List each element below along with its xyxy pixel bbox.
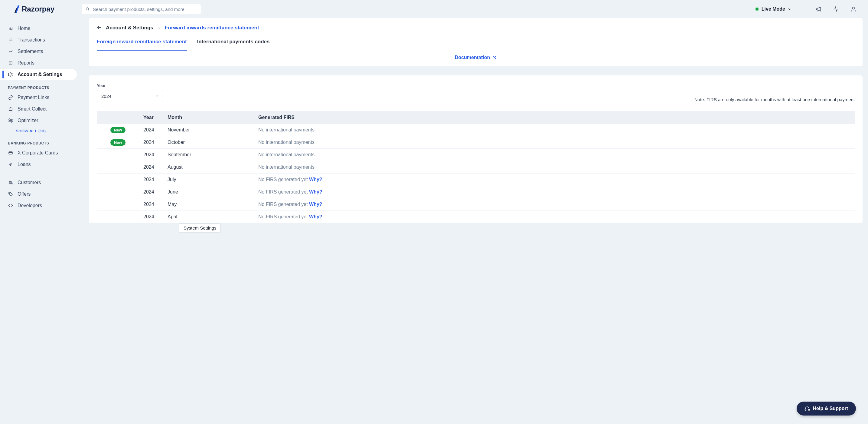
cell-generated: No international payments [254, 161, 855, 173]
activity-button[interactable] [830, 3, 842, 15]
table-row: New2024NovemberNo international payments [97, 124, 855, 136]
megaphone-icon [815, 6, 822, 12]
cell-year: 2024 [139, 198, 163, 211]
card-icon [8, 150, 13, 156]
status-text: No FIRS generated yet [258, 189, 309, 194]
tab-intl-codes[interactable]: International payments codes [197, 39, 270, 51]
cell-generated: No FIRS generated yet Why? [254, 211, 855, 223]
sidebar-item-label: Developers [18, 203, 42, 208]
why-link[interactable]: Why? [309, 177, 322, 182]
table-row: 2024AprilNo FIRS generated yet Why? [97, 211, 855, 223]
sidebar-item-label: Payment Links [18, 95, 49, 100]
svg-point-18 [11, 182, 12, 182]
bank-icon [8, 106, 13, 112]
cell-month: April [163, 211, 254, 223]
sidebar-item-label: Loans [18, 162, 31, 167]
global-search[interactable] [82, 4, 201, 14]
svg-point-17 [9, 181, 10, 182]
sidebar-item-account-settings[interactable]: Account & Settings [0, 69, 77, 80]
sidebar-item-optimizer[interactable]: Optimizer [0, 115, 89, 126]
sidebar-item-transactions[interactable]: Transactions [0, 34, 89, 46]
cell-generated: No FIRS generated yet Why? [254, 173, 855, 186]
sidebar-item-corporate-cards[interactable]: X Corporate Cards [0, 147, 89, 159]
year-select-value: 2024 [101, 93, 111, 99]
sidebar: Home Transactions Settlements Reports Ac… [0, 0, 89, 424]
help-support-button[interactable]: Help & Support [797, 402, 856, 416]
mode-label: Live Mode [762, 6, 785, 12]
live-mode-indicator-icon [755, 7, 759, 11]
page-header-card: Account & Settings Forward inwards remit… [89, 18, 863, 66]
sidebar-item-developers[interactable]: Developers [0, 200, 89, 211]
gear-icon [8, 72, 13, 77]
sidebar-section-payment-products: PAYMENT PRODUCTS [0, 80, 89, 92]
home-icon [8, 26, 13, 31]
cell-year: 2024 [139, 161, 163, 173]
external-link-icon [492, 55, 497, 60]
status-text: No FIRS generated yet [258, 177, 309, 182]
why-link[interactable]: Why? [309, 214, 322, 219]
link-icon [8, 95, 13, 100]
sidebar-item-label: Smart Collect [18, 106, 46, 112]
cell-year: 2024 [139, 211, 163, 223]
col-generated-header: Generated FIRS [254, 111, 855, 124]
breadcrumb-current[interactable]: Forward inwards remittance statement [165, 25, 259, 31]
cell-year: 2024 [139, 124, 163, 136]
why-link[interactable]: Why? [309, 189, 322, 194]
table-row: 2024AugustNo international payments [97, 161, 855, 173]
reports-icon [8, 60, 13, 66]
year-filter-label: Year [97, 83, 163, 88]
why-link[interactable]: Why? [309, 202, 322, 207]
cell-generated: No international payments [254, 136, 855, 149]
cell-generated: No FIRS generated yet Why? [254, 198, 855, 211]
sidebar-item-settlements[interactable]: Settlements [0, 46, 89, 57]
svg-rect-21 [805, 409, 806, 411]
year-select[interactable]: 2024 [97, 90, 163, 102]
svg-rect-22 [808, 409, 809, 411]
cell-month: November [163, 124, 254, 136]
announcements-button[interactable] [812, 3, 825, 15]
brand-logo[interactable]: Razorpay [14, 5, 55, 13]
back-button[interactable] [97, 25, 102, 31]
documentation-link[interactable]: Documentation [455, 55, 497, 60]
rupee-icon [8, 162, 13, 167]
mode-toggle[interactable]: Live Mode [755, 6, 791, 12]
svg-point-2 [852, 7, 855, 9]
tab-firs[interactable]: Foreign inward remittance statement [97, 39, 187, 51]
table-row: 2024SeptemberNo international payments [97, 149, 855, 161]
customers-icon [8, 180, 13, 185]
show-all-payment-products[interactable]: SHOW ALL (13) [0, 126, 89, 136]
sidebar-item-smart-collect[interactable]: Smart Collect [0, 103, 89, 115]
status-text: No international payments [258, 165, 314, 170]
profile-button[interactable] [847, 3, 860, 15]
status-text: No international payments [258, 152, 314, 157]
status-text: No FIRS generated yet [258, 214, 309, 219]
svg-point-13 [9, 119, 10, 120]
sidebar-item-label: Transactions [18, 37, 45, 43]
col-year-header: Year [139, 111, 163, 124]
help-support-label: Help & Support [813, 406, 848, 411]
table-row: 2024JuneNo FIRS generated yet Why? [97, 186, 855, 198]
svg-rect-15 [9, 152, 12, 154]
cell-month: September [163, 149, 254, 161]
sidebar-item-offers[interactable]: Offers [0, 188, 89, 200]
sidebar-item-customers[interactable]: Customers [0, 177, 89, 188]
headset-icon [805, 406, 810, 411]
cell-month: October [163, 136, 254, 149]
sidebar-item-reports[interactable]: Reports [0, 57, 89, 69]
new-badge: New [111, 127, 126, 133]
cell-year: 2024 [139, 186, 163, 198]
sidebar-item-payment-links[interactable]: Payment Links [0, 92, 89, 103]
sidebar-item-label: Optimizer [18, 118, 38, 123]
razorpay-logo-icon [14, 5, 21, 13]
sidebar-item-loans[interactable]: Loans [0, 159, 89, 170]
system-settings-tooltip: System Settings [179, 224, 221, 232]
table-row: New2024OctoberNo international payments [97, 136, 855, 149]
documentation-label: Documentation [455, 55, 490, 60]
sidebar-item-home[interactable]: Home [0, 23, 89, 34]
arrow-left-icon [97, 25, 102, 30]
brand-name: Razorpay [22, 5, 55, 13]
search-input[interactable] [93, 7, 197, 12]
breadcrumb-root[interactable]: Account & Settings [106, 25, 153, 31]
new-badge: New [111, 139, 126, 146]
chevron-down-icon [155, 94, 159, 98]
